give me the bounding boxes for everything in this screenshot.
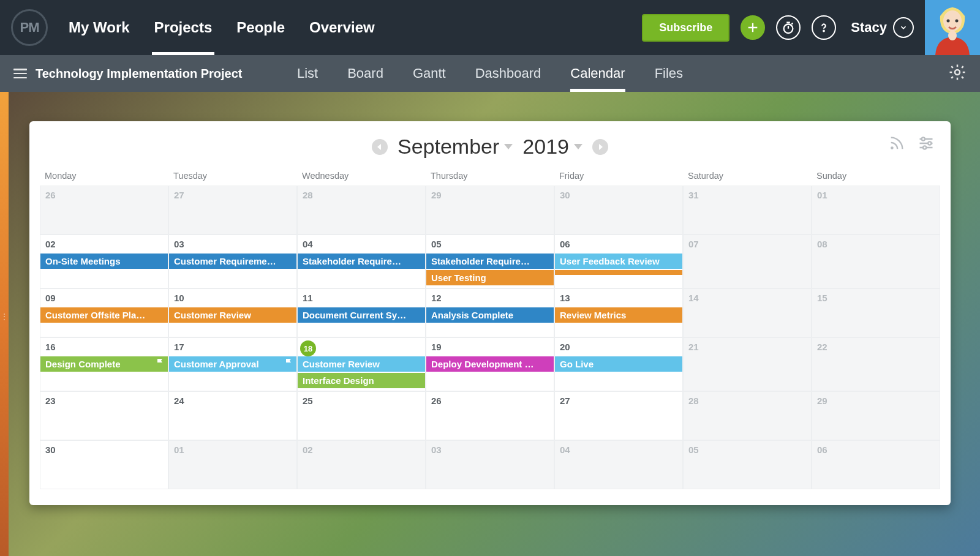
calendar-day-cell[interactable]: 30	[40, 440, 168, 489]
calendar-day-cell[interactable]: 19Deploy Development …	[426, 337, 554, 391]
calendar-week-row: 16Design Complete17Customer Approval18Cu…	[40, 337, 940, 391]
calendar-day-cell[interactable]: 28	[297, 186, 426, 235]
calendar-day-cell[interactable]: 31	[683, 186, 812, 235]
sidebar-toggle[interactable]	[13, 69, 27, 78]
side-panel-handle[interactable]: ⋮	[0, 312, 6, 336]
brand-logo[interactable]: PM	[11, 9, 48, 46]
calendar-event[interactable]: Customer Requireme…	[169, 254, 296, 269]
add-button[interactable]	[741, 15, 765, 40]
main-nav-projects[interactable]: Projects	[152, 0, 215, 55]
calendar-day-cell[interactable]: 11Document Current Sy…	[297, 288, 426, 337]
calendar-day-cell[interactable]: 13Review Metrics	[554, 288, 683, 337]
calendar-event[interactable]: On-Site Meetings	[40, 254, 168, 269]
user-menu-chevron[interactable]	[893, 17, 914, 38]
year-selector[interactable]: 2019	[522, 135, 582, 159]
view-tab-calendar[interactable]: Calendar	[570, 55, 625, 92]
view-tab-dashboard[interactable]: Dashboard	[475, 55, 541, 92]
calendar-day-cell[interactable]: 28	[683, 391, 812, 440]
calendar-day-cell[interactable]: 10Customer Review	[168, 288, 297, 337]
calendar-event[interactable]: Customer Offsite Pla…	[40, 307, 168, 323]
next-month-button[interactable]	[592, 139, 608, 155]
calendar-day-cell[interactable]: 05Stakeholder Require…User Testing	[426, 235, 554, 288]
calendar-event[interactable]: Deploy Development …	[426, 356, 554, 372]
calendar-event[interactable]: Go Live	[555, 356, 682, 372]
day-number: 28	[303, 190, 313, 200]
user-menu[interactable]: Stacy	[851, 17, 914, 38]
avatar[interactable]	[925, 0, 980, 55]
calendar-day-cell[interactable]: 03Customer Requireme…	[168, 235, 297, 288]
calendar-day-cell[interactable]: 25	[297, 391, 426, 440]
calendar-day-cell[interactable]: 04Stakeholder Require…	[297, 235, 426, 288]
calendar-event[interactable]: Design Complete	[40, 356, 168, 372]
day-number: 01	[817, 190, 827, 200]
settings-button[interactable]	[948, 63, 967, 84]
calendar-day-cell[interactable]: 03	[426, 440, 554, 489]
calendar-day-cell[interactable]: 21	[683, 337, 812, 391]
subscribe-button[interactable]: Subscribe	[642, 14, 729, 42]
calendar-event[interactable]: User Feedback Review	[555, 254, 682, 269]
calendar-event[interactable]: Document Current Sy…	[298, 307, 425, 323]
calendar-event[interactable]: User Testing	[426, 270, 554, 285]
calendar-day-cell[interactable]: 24	[168, 391, 297, 440]
calendar-day-cell[interactable]: 30	[554, 186, 683, 235]
calendar-day-cell[interactable]: 06	[812, 440, 940, 489]
calendar-event[interactable]: Customer Review	[298, 356, 425, 372]
calendar-day-cell[interactable]: 12Analysis Complete	[426, 288, 554, 337]
day-number: 07	[688, 239, 699, 249]
filter-sliders-icon[interactable]	[918, 135, 935, 152]
view-tab-list[interactable]: List	[297, 55, 318, 92]
timer-button[interactable]	[776, 15, 801, 40]
calendar-day-cell[interactable]: 01	[812, 186, 940, 235]
calendar-day-cell[interactable]: 23	[40, 391, 168, 440]
calendar-day-cell[interactable]: 09Customer Offsite Pla…	[40, 288, 168, 337]
main-nav-my-work[interactable]: My Work	[66, 0, 132, 55]
day-number: 06	[560, 239, 570, 249]
view-tab-gantt[interactable]: Gantt	[413, 55, 446, 92]
day-number: 29	[431, 190, 442, 200]
month-selector[interactable]: September	[398, 135, 513, 159]
calendar-day-cell[interactable]: 26	[426, 391, 554, 440]
calendar-event[interactable]: Stakeholder Require…	[426, 254, 554, 269]
view-tab-board[interactable]: Board	[347, 55, 383, 92]
help-button[interactable]	[812, 15, 836, 40]
calendar-day-cell[interactable]: 18Customer ReviewInterface Design	[297, 337, 426, 391]
calendar-day-cell[interactable]: 02	[297, 440, 426, 489]
prev-month-button[interactable]	[372, 139, 388, 155]
calendar-event[interactable]: Customer Approval	[169, 356, 296, 372]
calendar-event[interactable]: Stakeholder Require…	[298, 254, 425, 269]
calendar-day-cell[interactable]: 29	[426, 186, 554, 235]
calendar-day-cell[interactable]: 02On-Site Meetings	[40, 235, 168, 288]
calendar-day-cell[interactable]: 01	[168, 440, 297, 489]
main-nav-overview[interactable]: Overview	[307, 0, 377, 55]
day-number: 14	[688, 293, 699, 303]
calendar-day-cell[interactable]: 06User Feedback Review	[554, 235, 683, 288]
calendar-event[interactable]	[555, 270, 682, 275]
day-number: 05	[688, 445, 699, 455]
calendar-event[interactable]: Interface Design	[298, 373, 425, 388]
rss-feed-icon[interactable]	[888, 135, 905, 152]
calendar-day-cell[interactable]: 15	[812, 288, 940, 337]
calendar-day-cell[interactable]: 08	[812, 235, 940, 288]
calendar-day-cell[interactable]: 16Design Complete	[40, 337, 168, 391]
calendar-day-cell[interactable]: 29	[812, 391, 940, 440]
day-number: 06	[817, 445, 827, 455]
calendar-day-cell[interactable]: 22	[812, 337, 940, 391]
calendar-day-cell[interactable]: 04	[554, 440, 683, 489]
calendar-day-cell[interactable]: 20Go Live	[554, 337, 683, 391]
calendar-day-cell[interactable]: 26	[40, 186, 168, 235]
calendar-event[interactable]: Review Metrics	[555, 307, 682, 323]
svg-point-10	[922, 137, 925, 140]
calendar-day-cell[interactable]: 14	[683, 288, 812, 337]
main-nav: My WorkProjectsPeopleOverview	[66, 0, 377, 55]
svg-point-1	[824, 31, 824, 31]
calendar-day-cell[interactable]: 05	[683, 440, 812, 489]
view-tab-files[interactable]: Files	[655, 55, 683, 92]
day-number: 09	[45, 293, 56, 303]
calendar-event[interactable]: Analysis Complete	[426, 307, 554, 323]
calendar-day-cell[interactable]: 17Customer Approval	[168, 337, 297, 391]
main-nav-people[interactable]: People	[234, 0, 287, 55]
calendar-day-cell[interactable]: 07	[683, 235, 812, 288]
calendar-day-cell[interactable]: 27	[168, 186, 297, 235]
calendar-event[interactable]: Customer Review	[169, 307, 296, 323]
calendar-day-cell[interactable]: 27	[554, 391, 683, 440]
